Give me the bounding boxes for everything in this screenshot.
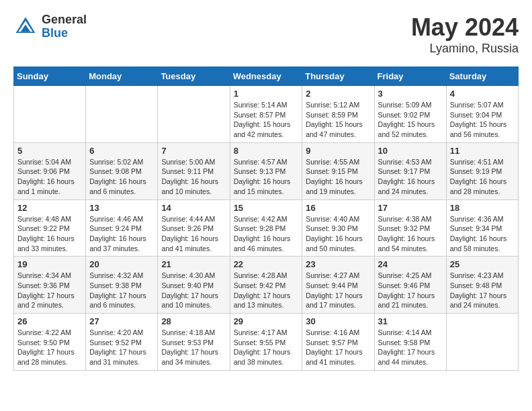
calendar-cell: 15Sunrise: 4:42 AM Sunset: 9:28 PM Dayli… [230,199,302,257]
calendar-cell: 24Sunrise: 4:25 AM Sunset: 9:46 PM Dayli… [374,257,446,314]
day-info: Sunrise: 4:46 AM Sunset: 9:24 PM Dayligh… [89,214,154,254]
day-number: 5 [17,146,82,156]
day-number: 4 [450,89,515,99]
day-number: 30 [306,316,370,326]
day-info: Sunrise: 4:27 AM Sunset: 9:44 PM Dayligh… [306,271,370,310]
calendar-cell [446,314,518,371]
logo-general: General [42,13,87,27]
calendar-cell: 4Sunrise: 5:07 AM Sunset: 9:04 PM Daylig… [446,86,518,143]
calendar-cell: 11Sunrise: 4:51 AM Sunset: 9:19 PM Dayli… [446,142,518,199]
day-info: Sunrise: 5:04 AM Sunset: 9:06 PM Dayligh… [17,157,82,197]
calendar-cell: 1Sunrise: 5:14 AM Sunset: 8:57 PM Daylig… [230,86,302,143]
day-number: 15 [234,203,299,213]
calendar-cell: 16Sunrise: 4:40 AM Sunset: 9:30 PM Dayli… [302,199,374,257]
calendar-week-row: 1Sunrise: 5:14 AM Sunset: 8:57 PM Daylig… [14,86,519,143]
calendar-cell: 20Sunrise: 4:32 AM Sunset: 9:38 PM Dayli… [86,257,158,314]
day-info: Sunrise: 4:18 AM Sunset: 9:53 PM Dayligh… [161,328,226,367]
day-info: Sunrise: 4:36 AM Sunset: 9:34 PM Dayligh… [450,214,515,254]
day-info: Sunrise: 4:20 AM Sunset: 9:52 PM Dayligh… [89,328,154,367]
day-info: Sunrise: 4:57 AM Sunset: 9:13 PM Dayligh… [234,157,299,197]
calendar-cell: 27Sunrise: 4:20 AM Sunset: 9:52 PM Dayli… [86,314,158,371]
day-number: 26 [17,316,82,326]
day-info: Sunrise: 4:42 AM Sunset: 9:28 PM Dayligh… [234,214,299,254]
day-info: Sunrise: 4:16 AM Sunset: 9:57 PM Dayligh… [306,328,370,367]
day-info: Sunrise: 4:30 AM Sunset: 9:40 PM Dayligh… [161,271,226,310]
day-info: Sunrise: 5:00 AM Sunset: 9:11 PM Dayligh… [161,157,226,197]
weekday-header-row: SundayMondayTuesdayWednesdayThursdayFrid… [14,67,519,86]
day-info: Sunrise: 4:55 AM Sunset: 9:15 PM Dayligh… [306,157,370,197]
calendar-cell: 22Sunrise: 4:28 AM Sunset: 9:42 PM Dayli… [230,257,302,314]
day-info: Sunrise: 4:38 AM Sunset: 9:32 PM Dayligh… [378,214,443,254]
day-info: Sunrise: 4:51 AM Sunset: 9:19 PM Dayligh… [450,157,515,197]
calendar-cell: 18Sunrise: 4:36 AM Sunset: 9:34 PM Dayli… [446,199,518,257]
calendar-week-row: 5Sunrise: 5:04 AM Sunset: 9:06 PM Daylig… [14,142,519,199]
calendar-cell: 25Sunrise: 4:23 AM Sunset: 9:48 PM Dayli… [446,257,518,314]
title-month: May 2024 [411,13,519,42]
day-number: 24 [378,259,443,269]
day-number: 25 [450,259,515,269]
calendar-cell: 9Sunrise: 4:55 AM Sunset: 9:15 PM Daylig… [302,142,374,199]
day-number: 19 [17,259,82,269]
calendar-header: SundayMondayTuesdayWednesdayThursdayFrid… [14,67,519,86]
day-number: 17 [378,203,443,213]
logo-icon [13,15,38,39]
calendar-cell: 6Sunrise: 5:02 AM Sunset: 9:08 PM Daylig… [86,142,158,199]
day-number: 18 [450,203,515,213]
calendar-cell: 31Sunrise: 4:14 AM Sunset: 9:58 PM Dayli… [374,314,446,371]
day-info: Sunrise: 4:48 AM Sunset: 9:22 PM Dayligh… [17,214,82,254]
calendar-week-row: 19Sunrise: 4:34 AM Sunset: 9:36 PM Dayli… [14,257,519,314]
title-block: May 2024 Lyamino, Russia [411,13,519,56]
calendar-cell: 3Sunrise: 5:09 AM Sunset: 9:02 PM Daylig… [374,86,446,143]
logo-text: General Blue [42,13,87,40]
day-number: 22 [234,259,299,269]
day-number: 31 [378,316,443,326]
calendar-cell: 10Sunrise: 4:53 AM Sunset: 9:17 PM Dayli… [374,142,446,199]
day-info: Sunrise: 5:07 AM Sunset: 9:04 PM Dayligh… [450,100,515,140]
weekday-header: Sunday [14,67,86,86]
calendar-cell: 14Sunrise: 4:44 AM Sunset: 9:26 PM Dayli… [158,199,230,257]
calendar-week-row: 12Sunrise: 4:48 AM Sunset: 9:22 PM Dayli… [14,199,519,257]
day-info: Sunrise: 4:28 AM Sunset: 9:42 PM Dayligh… [234,271,299,310]
day-info: Sunrise: 4:32 AM Sunset: 9:38 PM Dayligh… [89,271,154,310]
day-number: 28 [161,316,226,326]
day-number: 29 [234,316,299,326]
day-number: 20 [89,259,154,269]
day-number: 13 [89,203,154,213]
day-number: 3 [378,89,443,99]
calendar-cell: 8Sunrise: 4:57 AM Sunset: 9:13 PM Daylig… [230,142,302,199]
calendar-cell [158,86,230,143]
weekday-header: Monday [86,67,158,86]
day-info: Sunrise: 4:23 AM Sunset: 9:48 PM Dayligh… [450,271,515,310]
day-info: Sunrise: 4:25 AM Sunset: 9:46 PM Dayligh… [378,271,443,310]
day-info: Sunrise: 4:40 AM Sunset: 9:30 PM Dayligh… [306,214,370,254]
weekday-header: Thursday [302,67,374,86]
calendar-cell: 17Sunrise: 4:38 AM Sunset: 9:32 PM Dayli… [374,199,446,257]
weekday-header: Wednesday [230,67,302,86]
day-info: Sunrise: 5:09 AM Sunset: 9:02 PM Dayligh… [378,100,443,140]
calendar-cell: 2Sunrise: 5:12 AM Sunset: 8:59 PM Daylig… [302,86,374,143]
title-location: Lyamino, Russia [411,42,519,56]
calendar-cell: 23Sunrise: 4:27 AM Sunset: 9:44 PM Dayli… [302,257,374,314]
calendar-cell: 21Sunrise: 4:30 AM Sunset: 9:40 PM Dayli… [158,257,230,314]
day-number: 16 [306,203,370,213]
day-number: 7 [161,146,226,156]
day-number: 23 [306,259,370,269]
calendar-body: 1Sunrise: 5:14 AM Sunset: 8:57 PM Daylig… [14,86,519,371]
day-number: 27 [89,316,154,326]
day-number: 21 [161,259,226,269]
weekday-header: Saturday [446,67,518,86]
weekday-header: Friday [374,67,446,86]
page-header: General Blue May 2024 Lyamino, Russia [13,13,519,56]
weekday-header: Tuesday [158,67,230,86]
day-info: Sunrise: 4:17 AM Sunset: 9:55 PM Dayligh… [234,328,299,367]
calendar-cell: 28Sunrise: 4:18 AM Sunset: 9:53 PM Dayli… [158,314,230,371]
calendar-cell: 29Sunrise: 4:17 AM Sunset: 9:55 PM Dayli… [230,314,302,371]
logo-blue: Blue [42,27,87,40]
day-number: 6 [89,146,154,156]
calendar-cell: 5Sunrise: 5:04 AM Sunset: 9:06 PM Daylig… [14,142,86,199]
day-info: Sunrise: 4:44 AM Sunset: 9:26 PM Dayligh… [161,214,226,254]
day-info: Sunrise: 5:12 AM Sunset: 8:59 PM Dayligh… [306,100,370,140]
day-info: Sunrise: 4:22 AM Sunset: 9:50 PM Dayligh… [17,328,82,367]
day-info: Sunrise: 4:34 AM Sunset: 9:36 PM Dayligh… [17,271,82,310]
day-number: 1 [234,89,299,99]
